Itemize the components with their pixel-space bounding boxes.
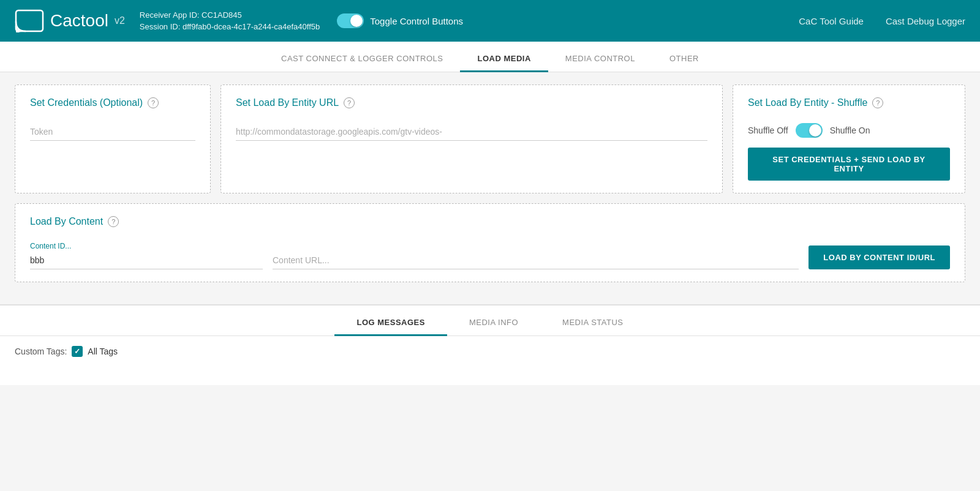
tab-media-status[interactable]: MEDIA STATUS [540, 310, 645, 336]
shuffle-toggle[interactable] [796, 123, 823, 138]
load-content-inputs-row: Content ID... LOAD BY CONTENT ID/URL [30, 242, 950, 269]
app-title: Cactool [50, 11, 108, 31]
app-version: v2 [115, 15, 125, 26]
header-nav: CaC Tool Guide Cast Debug Logger [799, 16, 965, 26]
entity-url-card-title: Set Load By Entity URL ? [236, 97, 707, 108]
entity-url-input[interactable] [236, 123, 707, 141]
tab-other[interactable]: OTHER [652, 47, 716, 72]
bottom-tabs-bar: LOG MESSAGES MEDIA INFO MEDIA STATUS [0, 305, 980, 336]
load-by-content-button[interactable]: LOAD BY CONTENT ID/URL [809, 246, 950, 269]
shuffle-card: Set Load By Entity - Shuffle ? Shuffle O… [733, 84, 965, 193]
logo-group: Cactool v2 [15, 9, 125, 32]
cast-debug-logger-link[interactable]: Cast Debug Logger [886, 16, 965, 26]
shuffle-off-label: Shuffle Off [748, 126, 788, 135]
bottom-section: LOG MESSAGES MEDIA INFO MEDIA STATUS Cus… [0, 305, 980, 385]
svg-rect-0 [16, 10, 43, 31]
session-info: Receiver App ID: CC1AD845 Session ID: df… [140, 9, 320, 33]
toggle-label: Toggle Control Buttons [370, 16, 463, 26]
content-id-group: Content ID... [30, 242, 263, 269]
all-tags-label: All Tags [88, 347, 118, 356]
credentials-card-title: Set Credentials (Optional) ? [30, 97, 195, 108]
credentials-help-icon[interactable]: ? [148, 97, 159, 108]
app-header: Cactool v2 Receiver App ID: CC1AD845 Ses… [0, 0, 980, 42]
shuffle-on-label: Shuffle On [830, 126, 870, 135]
load-content-card: Load By Content ? Content ID... LOAD BY … [15, 203, 965, 282]
main-tabs-bar: CAST CONNECT & LOGGER CONTROLS LOAD MEDI… [0, 42, 980, 72]
shuffle-card-title: Set Load By Entity - Shuffle ? [748, 97, 950, 108]
set-credentials-send-load-button[interactable]: SET CREDENTIALS + SEND LOAD BY ENTITY [748, 148, 950, 181]
content-url-input[interactable] [273, 252, 799, 269]
cac-tool-guide-link[interactable]: CaC Tool Guide [799, 16, 864, 26]
credentials-card: Set Credentials (Optional) ? [15, 84, 211, 193]
entity-url-card: Set Load By Entity URL ? [221, 84, 723, 193]
receiver-app-id-row: Receiver App ID: CC1AD845 [140, 9, 320, 21]
tab-media-info[interactable]: MEDIA INFO [447, 310, 540, 336]
load-content-help-icon[interactable]: ? [108, 216, 119, 227]
content-id-input[interactable] [30, 252, 263, 269]
tab-load-media[interactable]: LOAD MEDIA [460, 47, 548, 72]
session-id-row: Session ID: dff9fab0-dcea-4c17-a244-ca4e… [140, 21, 320, 33]
token-input[interactable] [30, 123, 195, 141]
custom-tags-label: Custom Tags: [15, 347, 67, 356]
tab-media-control[interactable]: MEDIA CONTROL [548, 47, 652, 72]
entity-url-help-icon[interactable]: ? [344, 97, 355, 108]
custom-tags-row: Custom Tags: All Tags [15, 346, 965, 357]
top-cards-row: Set Credentials (Optional) ? Set Load By… [15, 84, 965, 193]
tab-log-messages[interactable]: LOG MESSAGES [334, 310, 447, 336]
content-url-group [273, 252, 799, 269]
shuffle-toggle-row: Shuffle Off Shuffle On [748, 123, 950, 138]
cast-logo-icon [15, 9, 44, 32]
content-id-label: Content ID... [30, 242, 263, 250]
bottom-content-area: Custom Tags: All Tags [0, 336, 980, 385]
main-content: Set Credentials (Optional) ? Set Load By… [0, 72, 980, 304]
shuffle-help-icon[interactable]: ? [872, 97, 883, 108]
load-content-title: Load By Content ? [30, 216, 950, 227]
all-tags-checkbox[interactable] [72, 346, 83, 357]
toggle-control-group: Toggle Control Buttons [337, 13, 463, 28]
control-buttons-toggle[interactable] [337, 13, 364, 28]
tab-cast-connect[interactable]: CAST CONNECT & LOGGER CONTROLS [264, 47, 460, 72]
